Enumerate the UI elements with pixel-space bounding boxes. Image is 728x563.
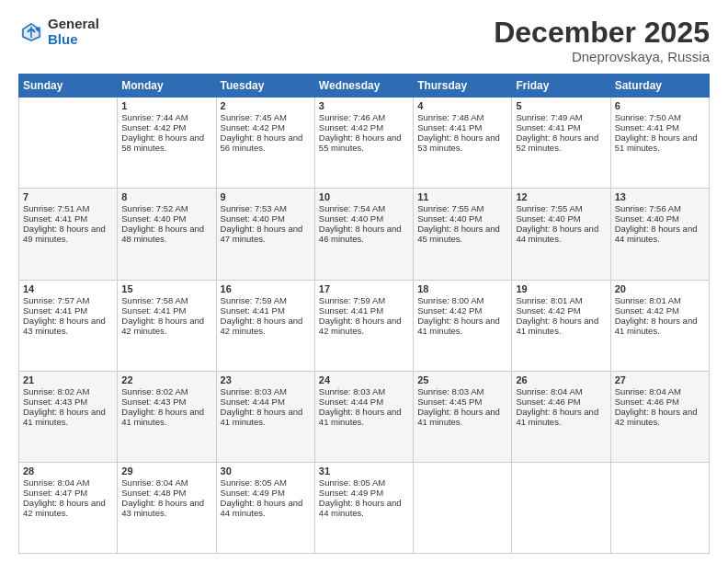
sunrise-text: Sunrise: 8:04 AM	[23, 477, 113, 488]
calendar-week-row: 7Sunrise: 7:51 AMSunset: 4:41 PMDaylight…	[19, 189, 710, 280]
daylight-text: Daylight: 8 hours and 41 minutes.	[319, 407, 409, 427]
calendar-cell: 12Sunrise: 7:55 AMSunset: 4:40 PMDayligh…	[512, 189, 610, 280]
day-number: 29	[121, 465, 211, 477]
calendar-table: SundayMondayTuesdayWednesdayThursdayFrid…	[18, 74, 710, 554]
weekday-header: Tuesday	[216, 75, 314, 98]
calendar-cell: 19Sunrise: 8:01 AMSunset: 4:42 PMDayligh…	[512, 280, 610, 371]
daylight-text: Daylight: 8 hours and 41 minutes.	[121, 407, 211, 427]
sunset-text: Sunset: 4:42 PM	[516, 305, 606, 316]
calendar-cell: 24Sunrise: 8:03 AMSunset: 4:44 PMDayligh…	[314, 371, 413, 462]
daylight-text: Daylight: 8 hours and 55 minutes.	[319, 132, 409, 153]
calendar-cell: 21Sunrise: 8:02 AMSunset: 4:43 PMDayligh…	[19, 371, 118, 462]
day-number: 22	[121, 374, 211, 385]
daylight-text: Daylight: 8 hours and 41 minutes.	[615, 316, 705, 336]
sunset-text: Sunset: 4:40 PM	[615, 213, 705, 224]
weekday-header: Wednesday	[314, 75, 413, 98]
sunset-text: Sunset: 4:49 PM	[319, 488, 409, 498]
logo-general: General	[48, 17, 99, 32]
sunset-text: Sunset: 4:41 PM	[417, 122, 507, 132]
day-number: 30	[221, 465, 311, 477]
calendar-cell: 14Sunrise: 7:57 AMSunset: 4:41 PMDayligh…	[19, 280, 118, 371]
day-number: 20	[615, 283, 705, 294]
sunrise-text: Sunrise: 7:44 AM	[121, 112, 211, 122]
page: General Blue December 2025 Dneprovskaya,…	[0, 0, 728, 563]
daylight-text: Daylight: 8 hours and 44 minutes.	[516, 224, 606, 244]
daylight-text: Daylight: 8 hours and 41 minutes.	[417, 316, 507, 336]
logo-text: General Blue	[48, 17, 99, 47]
sunset-text: Sunset: 4:48 PM	[121, 488, 211, 498]
calendar-week-row: 28Sunrise: 8:04 AMSunset: 4:47 PMDayligh…	[19, 462, 710, 553]
day-number: 26	[516, 374, 606, 385]
day-number: 27	[615, 374, 705, 385]
weekday-header: Saturday	[610, 75, 709, 98]
location: Dneprovskaya, Russia	[494, 49, 710, 64]
daylight-text: Daylight: 8 hours and 52 minutes.	[516, 132, 606, 153]
sunrise-text: Sunrise: 7:48 AM	[417, 112, 507, 122]
calendar-cell: 9Sunrise: 7:53 AMSunset: 4:40 PMDaylight…	[216, 189, 314, 280]
daylight-text: Daylight: 8 hours and 41 minutes.	[23, 407, 113, 427]
calendar-cell: 16Sunrise: 7:59 AMSunset: 4:41 PMDayligh…	[216, 280, 314, 371]
sunset-text: Sunset: 4:47 PM	[23, 488, 113, 498]
day-number: 11	[417, 191, 507, 202]
day-number: 4	[417, 100, 507, 111]
day-number: 31	[319, 465, 409, 477]
sunset-text: Sunset: 4:41 PM	[319, 305, 409, 316]
day-number: 18	[417, 283, 507, 294]
daylight-text: Daylight: 8 hours and 51 minutes.	[615, 132, 705, 153]
sunrise-text: Sunrise: 7:59 AM	[221, 295, 311, 305]
day-number: 12	[516, 191, 606, 202]
calendar-cell: 8Sunrise: 7:52 AMSunset: 4:40 PMDaylight…	[118, 189, 216, 280]
sunset-text: Sunset: 4:41 PM	[23, 213, 113, 224]
calendar-cell: 7Sunrise: 7:51 AMSunset: 4:41 PMDaylight…	[19, 189, 118, 280]
sunrise-text: Sunrise: 8:03 AM	[417, 386, 507, 396]
daylight-text: Daylight: 8 hours and 42 minutes.	[23, 498, 113, 518]
daylight-text: Daylight: 8 hours and 58 minutes.	[121, 132, 211, 153]
sunrise-text: Sunrise: 8:04 AM	[516, 386, 606, 396]
day-number: 28	[23, 465, 113, 477]
month-title: December 2025	[494, 17, 710, 49]
sunset-text: Sunset: 4:40 PM	[417, 213, 507, 224]
calendar-cell: 10Sunrise: 7:54 AMSunset: 4:40 PMDayligh…	[314, 189, 413, 280]
sunset-text: Sunset: 4:42 PM	[221, 122, 311, 132]
daylight-text: Daylight: 8 hours and 44 minutes.	[319, 498, 409, 518]
daylight-text: Daylight: 8 hours and 45 minutes.	[417, 224, 507, 244]
day-number: 7	[23, 191, 113, 202]
calendar-week-row: 1Sunrise: 7:44 AMSunset: 4:42 PMDaylight…	[19, 98, 710, 189]
calendar-cell: 6Sunrise: 7:50 AMSunset: 4:41 PMDaylight…	[610, 98, 709, 189]
sunset-text: Sunset: 4:41 PM	[615, 122, 705, 132]
day-number: 15	[121, 283, 211, 294]
sunset-text: Sunset: 4:40 PM	[516, 213, 606, 224]
sunrise-text: Sunrise: 7:55 AM	[417, 203, 507, 213]
sunrise-text: Sunrise: 7:49 AM	[516, 112, 606, 122]
calendar-cell: 2Sunrise: 7:45 AMSunset: 4:42 PMDaylight…	[216, 98, 314, 189]
day-number: 6	[615, 100, 705, 111]
daylight-text: Daylight: 8 hours and 42 minutes.	[121, 316, 211, 336]
calendar-cell: 26Sunrise: 8:04 AMSunset: 4:46 PMDayligh…	[512, 371, 610, 462]
sunrise-text: Sunrise: 8:05 AM	[221, 477, 311, 488]
sunset-text: Sunset: 4:45 PM	[417, 396, 507, 407]
day-number: 17	[319, 283, 409, 294]
weekday-header: Sunday	[19, 75, 118, 98]
header: General Blue December 2025 Dneprovskaya,…	[18, 17, 710, 64]
calendar-cell	[414, 462, 512, 553]
sunset-text: Sunset: 4:43 PM	[23, 396, 113, 407]
calendar-cell: 28Sunrise: 8:04 AMSunset: 4:47 PMDayligh…	[19, 462, 118, 553]
day-number: 2	[221, 100, 311, 111]
day-number: 24	[319, 374, 409, 385]
calendar-cell	[610, 462, 709, 553]
daylight-text: Daylight: 8 hours and 41 minutes.	[516, 316, 606, 336]
daylight-text: Daylight: 8 hours and 48 minutes.	[121, 224, 211, 244]
sunset-text: Sunset: 4:42 PM	[319, 122, 409, 132]
daylight-text: Daylight: 8 hours and 42 minutes.	[615, 407, 705, 427]
sunset-text: Sunset: 4:46 PM	[615, 396, 705, 407]
sunrise-text: Sunrise: 8:03 AM	[319, 386, 409, 396]
sunrise-text: Sunrise: 7:54 AM	[319, 203, 409, 213]
day-number: 14	[23, 283, 113, 294]
daylight-text: Daylight: 8 hours and 42 minutes.	[319, 316, 409, 336]
sunrise-text: Sunrise: 8:02 AM	[121, 386, 211, 396]
daylight-text: Daylight: 8 hours and 53 minutes.	[417, 132, 507, 153]
sunset-text: Sunset: 4:40 PM	[319, 213, 409, 224]
daylight-text: Daylight: 8 hours and 41 minutes.	[516, 407, 606, 427]
sunset-text: Sunset: 4:42 PM	[615, 305, 705, 316]
sunset-text: Sunset: 4:41 PM	[516, 122, 606, 132]
